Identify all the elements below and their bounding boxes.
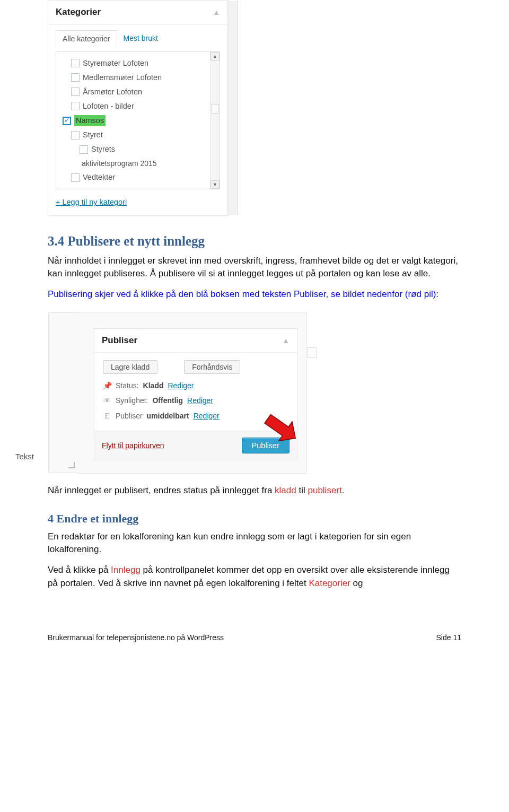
calendar-icon: 🗓 bbox=[103, 411, 111, 421]
category-tabs: Alle kategorier Mest brukt bbox=[56, 30, 220, 47]
checkbox-checked-icon[interactable]: ✓ bbox=[63, 117, 71, 125]
left-gutter bbox=[48, 312, 79, 474]
category-subtext: aktivitetsprogram 2015 bbox=[63, 156, 205, 170]
text-red: Kategorier bbox=[309, 578, 350, 588]
category-item[interactable]: Vedtekter bbox=[63, 170, 205, 185]
visibility-label: Synlighet: bbox=[116, 395, 148, 406]
category-item[interactable]: Lofoten - bilder bbox=[63, 99, 205, 113]
page-footer: Brukermanual for telepensjonistene.no på… bbox=[48, 632, 461, 643]
paragraph: Publisering skjer ved å klikke på den bl… bbox=[48, 288, 461, 301]
category-item-selected[interactable]: ✓ Namsos bbox=[63, 113, 205, 128]
schedule-label: Publiser bbox=[116, 411, 143, 421]
tab-most-used[interactable]: Mest brukt bbox=[117, 30, 164, 47]
publish-panel-container: Tekst Publiser ▲ Lagre kladd Forhåndsvis… bbox=[78, 312, 306, 474]
panel-title: Kategorier bbox=[56, 6, 101, 19]
category-label: Årsmøter Lofoten bbox=[83, 86, 142, 98]
checkbox-icon[interactable] bbox=[71, 131, 80, 139]
checkbox-icon[interactable] bbox=[80, 145, 88, 154]
category-label: Styremøter Lofoten bbox=[83, 58, 148, 69]
add-category-link[interactable]: + Legg til ny kategori bbox=[56, 197, 127, 208]
svg-marker-0 bbox=[261, 413, 300, 448]
text-red: kladd bbox=[275, 485, 296, 495]
text-red: publisert bbox=[308, 485, 341, 495]
category-label: Medlemsmøter Lofoten bbox=[83, 72, 162, 83]
category-list-box: ▲ ▼ Styremøter Lofoten Medlemsmøter Lofo… bbox=[56, 51, 220, 189]
paragraph: Når innholdet i innlegget er skrevet inn… bbox=[48, 255, 461, 281]
category-label: Lofoten - bilder bbox=[83, 101, 134, 112]
category-label: Vedtekter bbox=[83, 172, 115, 183]
status-row: 📌 Status: Kladd Rediger bbox=[103, 380, 288, 391]
edit-status-link[interactable]: Rediger bbox=[168, 380, 194, 391]
inner-scrollbar[interactable]: ▲ ▼ bbox=[210, 52, 220, 189]
checkbox-icon[interactable] bbox=[71, 73, 80, 82]
category-label-highlighted: Namsos bbox=[74, 115, 106, 126]
text-red: Innlegg bbox=[111, 565, 141, 575]
category-item[interactable]: Styrets bbox=[63, 142, 205, 156]
text-fragment: Når innlegget er publisert, endres statu… bbox=[48, 485, 275, 495]
eye-icon: 👁 bbox=[103, 395, 111, 406]
category-label: Styrets bbox=[91, 144, 115, 155]
scroll-thumb[interactable] bbox=[212, 104, 218, 113]
move-to-trash-link[interactable]: Flytt til papirkurven bbox=[102, 440, 164, 451]
category-item[interactable]: Styremøter Lofoten bbox=[63, 56, 205, 71]
category-item[interactable]: Medlemsmøter Lofoten bbox=[63, 71, 205, 85]
publish-header: Publiser ▲ bbox=[94, 329, 297, 353]
category-label: Styret bbox=[83, 129, 103, 141]
panel-body: Alle kategorier Mest brukt ▲ ▼ Styremøte… bbox=[48, 25, 227, 216]
red-arrow-icon bbox=[257, 413, 300, 450]
publish-title: Publiser bbox=[102, 334, 137, 347]
text-fragment: . bbox=[342, 485, 345, 495]
checkbox-icon[interactable] bbox=[71, 173, 80, 182]
collapse-icon[interactable]: ▲ bbox=[282, 335, 289, 346]
preview-button[interactable]: Forhåndsvis bbox=[184, 360, 240, 374]
category-list: Styremøter Lofoten Medlemsmøter Lofoten … bbox=[63, 56, 215, 185]
collapse-icon[interactable]: ▲ bbox=[213, 7, 220, 18]
outer-scrollbar[interactable] bbox=[229, 1, 238, 215]
scroll-up-icon[interactable]: ▲ bbox=[210, 52, 220, 60]
heading-4: 4 Endre et innlegg bbox=[48, 510, 461, 527]
schedule-value: umiddelbart bbox=[147, 411, 189, 421]
paragraph: Når innlegget er publisert, endres statu… bbox=[48, 484, 461, 497]
paragraph: Ved å klikke på Innlegg på kontrollpanel… bbox=[48, 564, 461, 590]
text-fragment: Publisering skjer ved å klikke på den bl… bbox=[48, 289, 294, 299]
visibility-value: Offentlig bbox=[152, 395, 183, 406]
status-value: Kladd bbox=[143, 380, 164, 391]
category-item[interactable]: Styret bbox=[63, 128, 205, 142]
checkbox-icon[interactable] bbox=[71, 59, 80, 67]
visibility-row: 👁 Synlighet: Offentlig Rediger bbox=[103, 395, 288, 406]
scroll-down-icon[interactable]: ▼ bbox=[210, 180, 220, 189]
footer-left: Brukermanual for telepensjonistene.no på… bbox=[48, 632, 224, 643]
tab-all-categories[interactable]: Alle kategorier bbox=[56, 30, 117, 47]
paragraph: En redaktør for en lokalforening kan kun… bbox=[48, 530, 461, 556]
status-label: Status: bbox=[116, 380, 139, 391]
heading-3-4: 3.4 Publisere et nytt innlegg bbox=[48, 232, 461, 251]
mini-scroll-indicator[interactable] bbox=[307, 347, 317, 358]
panel-header: Kategorier ▲ bbox=[48, 1, 227, 25]
category-item[interactable]: Årsmøter Lofoten bbox=[63, 85, 205, 99]
checkbox-icon[interactable] bbox=[71, 88, 80, 96]
text-fragment: til bbox=[296, 485, 308, 495]
save-draft-button[interactable]: Lagre kladd bbox=[103, 360, 157, 374]
text-fragment: og bbox=[350, 578, 363, 588]
tekst-tab[interactable]: Tekst bbox=[15, 451, 34, 462]
text-fragment: , se bildet nedenfor (rød pil): bbox=[326, 289, 438, 299]
categories-panel: Kategorier ▲ Alle kategorier Mest brukt … bbox=[48, 0, 228, 216]
footer-right: Side 11 bbox=[436, 632, 461, 643]
text-fragment: Publiser bbox=[294, 289, 326, 299]
text-fragment: Ved å klikke på bbox=[48, 565, 111, 575]
pin-icon: 📌 bbox=[103, 380, 111, 391]
edit-schedule-link[interactable]: Rediger bbox=[194, 411, 220, 421]
checkbox-icon[interactable] bbox=[71, 102, 80, 110]
edit-visibility-link[interactable]: Rediger bbox=[187, 395, 213, 406]
